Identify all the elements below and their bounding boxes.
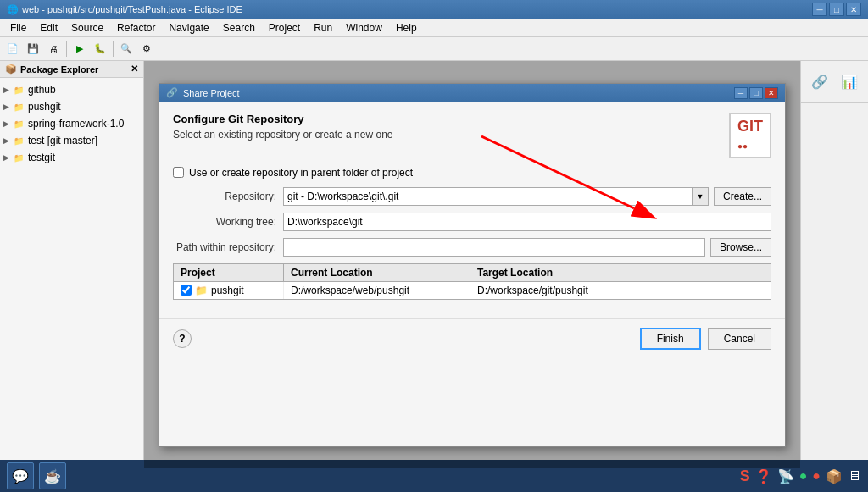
new-button[interactable]: 📄 bbox=[3, 40, 22, 58]
menu-help[interactable]: Help bbox=[389, 20, 424, 36]
menu-project[interactable]: Project bbox=[262, 20, 307, 36]
sidebar-label-test: test [git master] bbox=[28, 135, 97, 146]
toolbar-separator-1 bbox=[66, 41, 67, 57]
footer-buttons: Finish Cancel bbox=[640, 328, 771, 350]
settings-button[interactable]: ⚙ bbox=[137, 40, 156, 58]
repository-select[interactable]: ▼ bbox=[283, 187, 709, 206]
path-within-row: Path within repository: Browse... bbox=[173, 238, 771, 257]
dialog-header-text: Configure Git Repository Select an exist… bbox=[173, 113, 392, 141]
table-cell-project: 📁 pushgit bbox=[174, 282, 284, 299]
save-button[interactable]: 💾 bbox=[24, 40, 42, 58]
dialog-minimize-button[interactable]: ─ bbox=[734, 87, 748, 99]
menu-run[interactable]: Run bbox=[307, 20, 339, 36]
package-explorer-icon: 📦 bbox=[5, 64, 17, 75]
sidebar-item-test[interactable]: ▶ 📁 test [git master] bbox=[0, 132, 143, 149]
repository-label: Repository: bbox=[173, 191, 283, 202]
taskbar-red-icon[interactable]: ● bbox=[812, 468, 821, 484]
row-folder-icon: 📁 bbox=[195, 285, 208, 296]
path-within-label: Path within repository: bbox=[173, 241, 283, 253]
row-project-name: pushgit bbox=[211, 285, 244, 296]
browse-button[interactable]: Browse... bbox=[710, 238, 771, 257]
right-panel: 🔗 📊 bbox=[800, 61, 868, 468]
toolbar-separator-2 bbox=[113, 41, 114, 57]
sidebar-item-spring[interactable]: ▶ 📁 spring-framework-1.0 bbox=[0, 115, 143, 132]
checkbox-label: Use or create repository in parent folde… bbox=[189, 167, 413, 179]
help-button[interactable]: ? bbox=[173, 329, 192, 348]
sidebar-item-pushgit[interactable]: ▶ 📁 pushgit bbox=[0, 98, 143, 115]
main-area: 📦 Package Explorer ✕ ▶ 📁 github ▶ 📁 push… bbox=[0, 61, 868, 468]
run-button[interactable]: ▶ bbox=[70, 40, 89, 58]
menu-window[interactable]: Window bbox=[339, 20, 389, 36]
sidebar-label-testgit: testgit bbox=[28, 152, 55, 163]
sidebar-label-github: github bbox=[28, 84, 56, 96]
table-header: Project Current Location Target Location bbox=[174, 264, 771, 282]
folder-icon-github: 📁 bbox=[12, 83, 25, 97]
sidebar-close-icon[interactable]: ✕ bbox=[131, 64, 138, 75]
taskbar-chat-icon[interactable]: 💬 bbox=[7, 462, 34, 489]
working-tree-row: Working tree: bbox=[173, 213, 771, 231]
sidebar-label-spring: spring-framework-1.0 bbox=[28, 118, 124, 130]
menu-edit[interactable]: Edit bbox=[33, 20, 64, 36]
menu-search[interactable]: Search bbox=[216, 20, 262, 36]
package-explorer-title: Package Explorer bbox=[20, 64, 98, 75]
toolbar: 📄 💾 🖨 ▶ 🐛 🔍 ⚙ bbox=[0, 37, 868, 61]
taskbar-green-icon[interactable]: ● bbox=[799, 468, 808, 484]
window-title: web - pushgit/src/pushgit/TestPush.java … bbox=[22, 4, 242, 14]
search-button[interactable]: 🔍 bbox=[117, 40, 136, 58]
sidebar-item-github[interactable]: ▶ 📁 github bbox=[0, 81, 143, 98]
sidebar-item-testgit[interactable]: ▶ 📁 testgit bbox=[0, 149, 143, 166]
maximize-button[interactable]: □ bbox=[829, 3, 844, 16]
activity-icon[interactable]: 📊 bbox=[841, 74, 858, 90]
repository-input[interactable] bbox=[283, 187, 692, 206]
folder-icon-test: 📁 bbox=[12, 134, 25, 147]
title-bar-controls[interactable]: ─ □ ✕ bbox=[812, 3, 861, 16]
use-parent-folder-checkbox[interactable] bbox=[173, 167, 184, 178]
menu-refactor[interactable]: Refactor bbox=[110, 20, 162, 36]
modal-overlay: 🔗 Share Project ─ □ ✕ Configure Git Repo… bbox=[144, 61, 800, 468]
cancel-button[interactable]: Cancel bbox=[708, 328, 771, 350]
dialog-header-title: Configure Git Repository bbox=[173, 113, 392, 125]
taskbar-help-icon[interactable]: ❓ bbox=[755, 468, 772, 484]
tree-arrow-testgit: ▶ bbox=[3, 153, 12, 162]
table-cell-target: D:/workspace/git/pushgit bbox=[470, 282, 771, 299]
print-button[interactable]: 🖨 bbox=[44, 40, 63, 58]
checkbox-row[interactable]: Use or create repository in parent folde… bbox=[173, 167, 771, 179]
dialog-content: Configure Git Repository Select an exist… bbox=[159, 102, 785, 310]
title-bar: 🌐 web - pushgit/src/pushgit/TestPush.jav… bbox=[0, 0, 868, 19]
finish-button[interactable]: Finish bbox=[640, 328, 701, 350]
connections-icon[interactable]: 🔗 bbox=[811, 74, 828, 90]
dialog-title-bar: 🔗 Share Project ─ □ ✕ bbox=[159, 84, 785, 102]
row-target-location: D:/workspace/git/pushgit bbox=[477, 285, 588, 296]
dialog-close-button[interactable]: ✕ bbox=[765, 87, 778, 99]
debug-button[interactable]: 🐛 bbox=[91, 40, 109, 58]
col-header-target: Target Location bbox=[470, 264, 771, 281]
tree-arrow-pushgit: ▶ bbox=[3, 102, 12, 111]
repository-dropdown-button[interactable]: ▼ bbox=[692, 187, 709, 206]
tree-arrow-test: ▶ bbox=[3, 136, 12, 145]
dialog-title-controls[interactable]: ─ □ ✕ bbox=[734, 87, 778, 99]
taskbar-right: S ❓ 📡 ● ● 📦 🖥 bbox=[740, 467, 861, 485]
working-tree-input[interactable] bbox=[283, 213, 771, 231]
project-table: Project Current Location Target Location… bbox=[173, 263, 771, 300]
minimize-button[interactable]: ─ bbox=[812, 3, 827, 16]
menu-source[interactable]: Source bbox=[64, 20, 110, 36]
taskbar-java-icon[interactable]: ☕ bbox=[39, 462, 66, 489]
sidebar-tree: ▶ 📁 github ▶ 📁 pushgit ▶ 📁 spring-framew… bbox=[0, 78, 143, 169]
taskbar-monitor-icon[interactable]: 🖥 bbox=[848, 468, 861, 484]
taskbar-package-icon[interactable]: 📦 bbox=[826, 468, 843, 484]
dialog-maximize-button[interactable]: □ bbox=[749, 87, 763, 99]
right-panel-top: 🔗 📊 bbox=[801, 61, 868, 103]
git-logo: GIT ●● bbox=[729, 113, 771, 158]
dialog-title: Share Project bbox=[183, 88, 240, 98]
dialog-footer: ? Finish Cancel bbox=[159, 318, 785, 358]
menu-file[interactable]: File bbox=[3, 20, 33, 36]
create-button[interactable]: Create... bbox=[714, 187, 771, 206]
window-icon: 🌐 bbox=[7, 4, 19, 15]
taskbar-network-icon[interactable]: 📡 bbox=[777, 468, 794, 484]
row-checkbox[interactable] bbox=[181, 285, 192, 296]
taskbar-s-icon[interactable]: S bbox=[740, 467, 750, 485]
close-button[interactable]: ✕ bbox=[846, 3, 861, 16]
table-row: 📁 pushgit D:/workspace/web/pushgit D:/wo… bbox=[174, 282, 771, 299]
path-within-input[interactable] bbox=[283, 238, 705, 257]
menu-navigate[interactable]: Navigate bbox=[162, 20, 215, 36]
